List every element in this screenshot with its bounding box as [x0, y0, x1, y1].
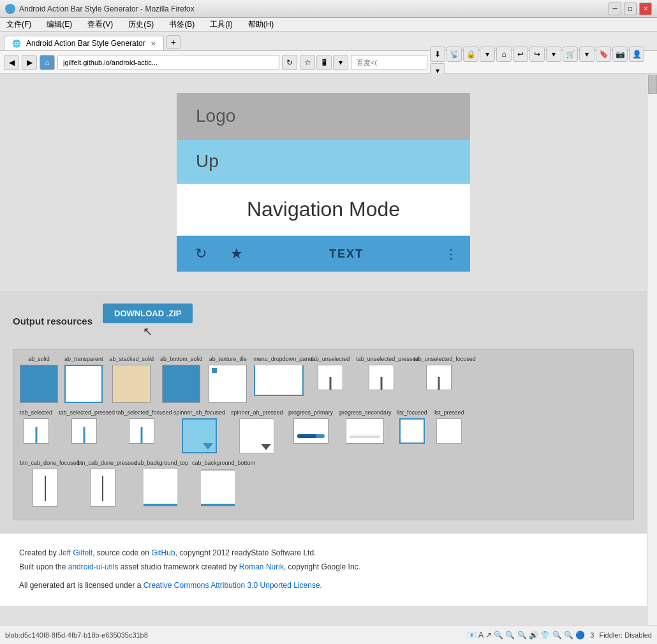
home-icon-2[interactable]: ⌂ [496, 47, 512, 62]
feed-icon[interactable]: 📡 [447, 47, 462, 62]
resource-ab-bottom: ab_bottom_solid [160, 356, 202, 403]
menu-history[interactable]: 历史(S) [124, 18, 158, 31]
output-header: Output resources DOWNLOAD .ZIP ↖ [13, 304, 634, 339]
extra-icon-1[interactable]: 🔒 [463, 47, 478, 62]
menu-bookmarks[interactable]: 书签(B) [165, 18, 198, 31]
resources-box: ab_solid ab_transparent ab_stacked_solid [13, 349, 634, 520]
menu-file[interactable]: 文件(F) [3, 18, 35, 31]
resource-ab-texture-label: ab_texture_tile [209, 356, 247, 362]
camera-icon[interactable]: 📷 [612, 47, 628, 62]
user-icon[interactable]: 👤 [629, 47, 644, 62]
resource-cab-bottom-thumb [200, 469, 235, 507]
footer-built-upon: Built upon the [19, 562, 68, 571]
ab-refresh-icon[interactable]: ↻ [183, 236, 219, 272]
fwd-icon-2[interactable]: ↪ [529, 47, 545, 62]
firefox-icon [5, 4, 15, 14]
scrollbar-thumb[interactable] [648, 75, 657, 94]
minimize-button[interactable]: ─ [609, 3, 621, 15]
footer-license-link[interactable]: Creative Commons Attribution 3.0 Unporte… [144, 581, 320, 590]
resource-progress-secondary-label: progress_secondary [339, 409, 390, 416]
footer-github-link[interactable]: GitHub [151, 548, 175, 557]
new-tab-button[interactable]: + [166, 35, 181, 49]
nav-icon-1[interactable]: 📱 [316, 55, 332, 70]
menu-view[interactable]: 查看(V) [84, 18, 117, 31]
address-input[interactable] [57, 55, 279, 70]
resource-tab-unselected-label: tab_unselected [311, 356, 350, 362]
resource-btn-cab-focused-thumb [33, 469, 58, 507]
bookmark-icon-2[interactable]: 🔖 [596, 47, 611, 62]
ab-more-icon[interactable]: ⋮ [438, 236, 464, 272]
resource-tab-selected-thumb [24, 418, 49, 444]
resource-cab-bottom: cab_background_bottom [192, 460, 243, 507]
window-title: Android Action Bar Style Generator - Moz… [19, 4, 195, 13]
nav-mode-label: Navigation Mode [247, 198, 400, 221]
fiddler-status: Fiddler: Disabled [599, 631, 652, 639]
resource-spinner-focused-label: spinner_ab_focused [173, 409, 225, 416]
footer-line3: All generated art is licensed under a Cr… [19, 579, 628, 593]
home-button[interactable]: ⌂ [40, 55, 55, 70]
footer-google: , copyright Google Inc. [284, 562, 360, 571]
menu-tools[interactable]: 工具(I) [206, 18, 236, 31]
resource-tab-selected: tab_selected [20, 409, 52, 453]
bookmark-icon[interactable]: ☆ [300, 55, 315, 70]
resource-ab-texture: ab_texture_tile [209, 356, 247, 403]
ab-text-button[interactable]: TEXT [255, 247, 438, 261]
extra-icon-4[interactable]: ▾ [579, 47, 594, 62]
resource-progress-primary: progress_primary [288, 409, 333, 453]
footer-license-prefix: All generated art is licensed under a [19, 581, 144, 590]
resource-tab-unselected-thumb [318, 365, 343, 390]
extra-icon-3[interactable]: ▾ [546, 47, 561, 62]
resource-ab-transparent-thumb [64, 365, 103, 403]
scrollbar[interactable] [647, 74, 657, 625]
resource-btn-cab-focused-label: btn_cab_done_focused [20, 460, 71, 466]
resource-spinner-pressed-label: spinner_ab_pressed [231, 409, 282, 416]
extra-icon-2[interactable]: ▾ [480, 47, 495, 62]
resource-tab-selected-pressed-label: tab_selected_pressed [59, 409, 110, 416]
tab-close-button[interactable]: ✕ [151, 40, 156, 47]
cart-icon[interactable]: 🛒 [563, 47, 578, 62]
resource-list-pressed-thumb [436, 418, 462, 444]
resource-ab-bottom-label: ab_bottom_solid [160, 356, 202, 362]
footer-roman-link[interactable]: Roman Nurik [239, 562, 284, 571]
statusbar-icons: 📧 A ↗ 🔍 🔍 🔍 🔊 👕 🔍 🔍 🔵 [467, 631, 585, 640]
active-tab[interactable]: 🌐 Android Action Bar Style Generator ✕ [4, 36, 164, 50]
ab-star-icon[interactable]: ★ [219, 236, 255, 272]
resource-tab-selected-label: tab_selected [20, 409, 52, 416]
resource-list-focused-label: list_focused [397, 409, 427, 416]
menubar: 文件(F) 编辑(E) 查看(V) 历史(S) 书签(B) 工具(I) 帮助(H… [0, 18, 657, 32]
page-content: Logo Up Navigation Mode ↻ ★ [0, 74, 657, 625]
back-icon-2[interactable]: ↩ [513, 47, 528, 62]
toolbar-buttons: ☆ 📱 ▾ [300, 55, 348, 70]
resource-progress-secondary: progress_secondary [339, 409, 390, 453]
menu-help[interactable]: 帮助(H) [244, 18, 278, 31]
resource-progress-secondary-thumb [346, 418, 384, 444]
resources-row-1: ab_solid ab_transparent ab_stacked_solid [20, 356, 627, 403]
download-button[interactable]: DOWNLOAD .ZIP [103, 304, 193, 323]
resource-ab-stacked-thumb [112, 365, 151, 403]
resource-btn-cab-focused: btn_cab_done_focused [20, 460, 71, 507]
footer-license-suffix: . [320, 581, 322, 590]
footer-author-link[interactable]: Jeff Gilfelt [59, 548, 92, 557]
close-button[interactable]: ✕ [639, 3, 652, 15]
statusbar-count: 3 [590, 631, 594, 639]
forward-button[interactable]: ▶ [22, 55, 37, 70]
maximize-button[interactable]: □ [624, 3, 637, 15]
search-input[interactable] [351, 55, 427, 70]
nav-icon-2[interactable]: ▾ [333, 55, 348, 70]
addressbar: ◀ ▶ ⌂ ↻ ☆ 📱 ▾ ⬇ 📡 🔒 ▾ ⌂ ↩ ↪ ▾ 🛒 ▾ 🔖 📷 👤 … [0, 51, 657, 74]
footer-android-utils-link[interactable]: android-ui-utils [68, 562, 119, 571]
resource-tab-unselected-pressed-label: tab_unselected_pressed [356, 356, 407, 362]
resource-menu-dropdown-thumb [253, 365, 304, 397]
resource-spinner-pressed-thumb [239, 418, 274, 453]
download-icon[interactable]: ⬇ [430, 47, 445, 62]
menu-edit[interactable]: 编辑(E) [43, 18, 76, 31]
resource-spinner-focused-thumb [182, 418, 217, 453]
refresh-button[interactable]: ↻ [282, 55, 297, 70]
cursor-pointer-icon: ↖ [143, 325, 152, 339]
back-button[interactable]: ◀ [4, 55, 19, 70]
statusbar: blob:d5c140f8-8f5d-4fb7-b18b-e635035c31b… [0, 625, 657, 644]
resource-menu-dropdown-label: menu_dropdown_panel [253, 356, 304, 362]
footer-line2: Built upon the android-ui-utils asset st… [19, 560, 628, 574]
resources-row-2: tab_selected tab_selected_pressed [20, 409, 627, 453]
resource-tab-unselected-pressed: tab_unselected_pressed [356, 356, 407, 403]
